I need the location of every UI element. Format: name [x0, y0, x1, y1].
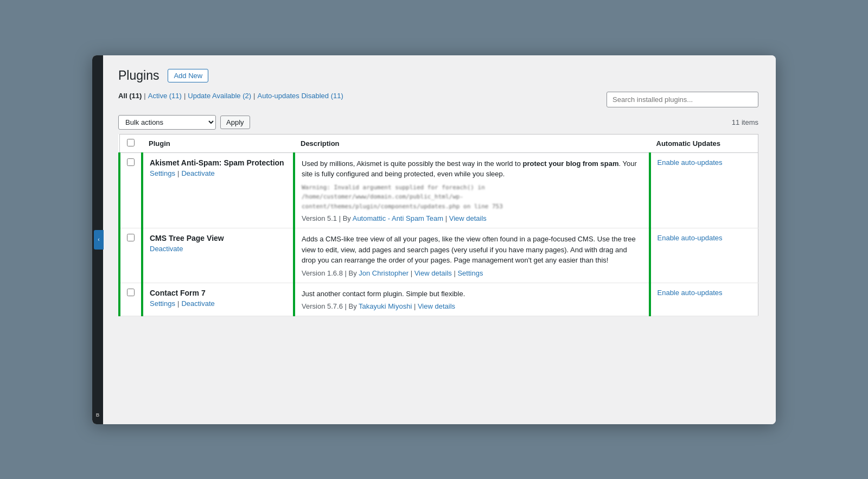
- plugins-tbody: Akismet Anti-Spam: Spam Protection Setti…: [119, 152, 758, 316]
- row-checkbox-akismet: [119, 152, 142, 228]
- akismet-deactivate-link[interactable]: Deactivate: [181, 169, 214, 177]
- tablenav-left: Bulk actions Activate Deactivate Delete …: [118, 115, 250, 130]
- page-header: Plugins Add New: [118, 68, 758, 83]
- col-header-description: Description: [294, 134, 650, 152]
- plugin-info-akismet: Akismet Anti-Spam: Spam Protection Setti…: [142, 152, 294, 228]
- filter-all[interactable]: All (11): [118, 92, 142, 100]
- cms-description: Adds a CMS-like tree view of all your pa…: [302, 234, 642, 266]
- akismet-warning: Warning: Invalid argument supplied for f…: [302, 183, 642, 212]
- cms-auto-updates: Enable auto-updates: [650, 228, 758, 283]
- plugins-table: Plugin Description Automatic Updates Aki…: [118, 134, 758, 317]
- filter-links: All (11) | Active (11) | Update Availabl…: [118, 92, 343, 100]
- filter-update-available[interactable]: Update Available (2): [188, 92, 251, 100]
- checkbox-cms[interactable]: [127, 234, 135, 241]
- table-row: CMS Tree Page View Deactivate Adds a CMS…: [119, 228, 758, 283]
- plugins-window: ‹ B Plugins Add New All (11) | Active (1…: [92, 55, 776, 424]
- checkbox-cf7[interactable]: [127, 289, 135, 296]
- akismet-view-details-link[interactable]: View details: [449, 214, 487, 222]
- add-new-button[interactable]: Add New: [168, 69, 208, 82]
- filter-active[interactable]: Active (11): [148, 92, 182, 100]
- tablenav-right: 11 items: [732, 118, 758, 126]
- cf7-deactivate-link[interactable]: Deactivate: [181, 299, 214, 308]
- bulk-actions-select[interactable]: Bulk actions Activate Deactivate Delete …: [118, 115, 216, 130]
- cf7-settings-link[interactable]: Settings: [150, 299, 175, 308]
- cms-author-link[interactable]: Jon Christopher: [359, 269, 409, 277]
- plugin-name-akismet: Akismet Anti-Spam: Spam Protection: [150, 158, 286, 167]
- col-header-auto-updates: Automatic Updates: [650, 134, 758, 152]
- sidebar-label: B: [96, 412, 100, 418]
- plugin-actions-cms: Deactivate: [150, 245, 286, 253]
- akismet-description: Used by millions, Akismet is quite possi…: [302, 158, 642, 180]
- table-header: Plugin Description Automatic Updates: [119, 134, 758, 152]
- plugin-desc-cms: Adds a CMS-like tree view of all your pa…: [294, 228, 650, 283]
- col-header-checkbox: [119, 134, 142, 152]
- akismet-auto-updates: Enable auto-updates: [650, 152, 758, 228]
- akismet-meta: Version 5.1 | By Automattic - Anti Spam …: [302, 214, 642, 222]
- cms-enable-auto-updates-link[interactable]: Enable auto-updates: [658, 234, 723, 242]
- apply-button[interactable]: Apply: [220, 116, 250, 129]
- plugin-actions-cf7: Settings | Deactivate: [150, 299, 286, 308]
- plugin-desc-akismet: Used by millions, Akismet is quite possi…: [294, 152, 650, 228]
- plugin-desc-cf7: Just another contact form plugin. Simple…: [294, 283, 650, 316]
- checkbox-akismet[interactable]: [127, 158, 135, 166]
- select-all-checkbox[interactable]: [127, 139, 135, 146]
- items-count: 11 items: [732, 118, 758, 126]
- tablenav: Bulk actions Activate Deactivate Delete …: [118, 115, 758, 130]
- col-header-plugin: Plugin: [142, 134, 294, 152]
- sidebar-toggle[interactable]: ‹: [94, 230, 104, 250]
- cf7-auto-updates: Enable auto-updates: [650, 283, 758, 316]
- page-title: Plugins: [118, 68, 159, 83]
- plugin-info-cms: CMS Tree Page View Deactivate: [142, 228, 294, 283]
- cf7-view-details-link[interactable]: View details: [418, 302, 455, 310]
- akismet-enable-auto-updates-link[interactable]: Enable auto-updates: [658, 158, 723, 167]
- main-content: Plugins Add New All (11) | Active (11) |…: [103, 55, 776, 424]
- plugin-info-cf7: Contact Form 7 Settings | Deactivate: [142, 283, 294, 316]
- cms-deactivate-link[interactable]: Deactivate: [150, 245, 183, 253]
- table-row: Contact Form 7 Settings | Deactivate Jus…: [119, 283, 758, 316]
- table-row: Akismet Anti-Spam: Spam Protection Setti…: [119, 152, 758, 228]
- plugin-name-cf7: Contact Form 7: [150, 289, 286, 297]
- row-checkbox-cms: [119, 228, 142, 283]
- cf7-description: Just another contact form plugin. Simple…: [302, 289, 642, 299]
- cms-settings-link[interactable]: Settings: [457, 269, 483, 277]
- search-input[interactable]: [607, 92, 758, 107]
- akismet-settings-link[interactable]: Settings: [150, 169, 175, 177]
- search-box-container: [607, 92, 758, 107]
- filter-auto-updates-disabled[interactable]: Auto-updates Disabled (11): [258, 92, 343, 100]
- cf7-author-link[interactable]: Takayuki Miyoshi: [359, 302, 412, 310]
- row-checkbox-cf7: [119, 283, 142, 316]
- plugin-name-cms: CMS Tree Page View: [150, 234, 286, 242]
- plugin-actions-akismet: Settings | Deactivate: [150, 169, 286, 177]
- sidebar: ‹ B: [92, 55, 103, 424]
- cf7-meta: Version 5.7.6 | By Takayuki Miyoshi | Vi…: [302, 302, 642, 310]
- cms-meta: Version 1.6.8 | By Jon Christopher | Vie…: [302, 269, 642, 277]
- cf7-enable-auto-updates-link[interactable]: Enable auto-updates: [658, 289, 723, 297]
- akismet-author-link[interactable]: Automattic - Anti Spam Team: [353, 214, 443, 222]
- cms-view-details-link[interactable]: View details: [414, 269, 452, 277]
